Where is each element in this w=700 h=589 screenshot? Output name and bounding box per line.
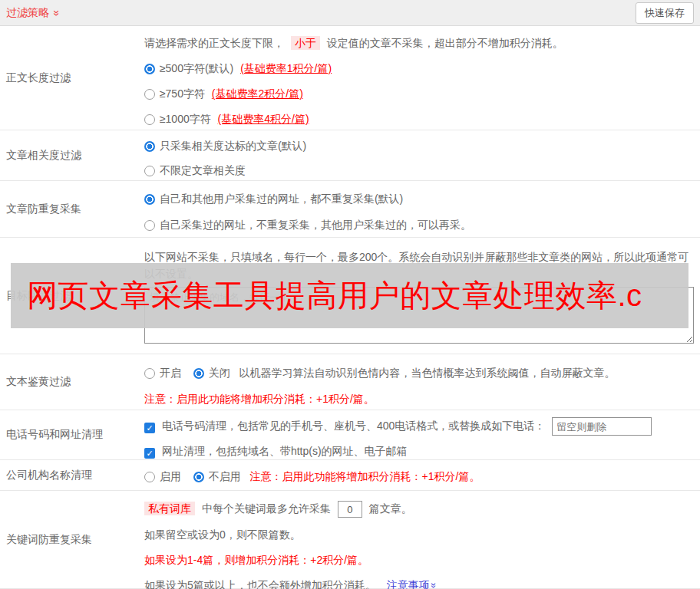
keyword-note-five: 如果设为5篇或以上，也不会额外增加积分消耗。 注意事项« <box>144 577 694 589</box>
section-title-toggle[interactable]: 过滤策略 « <box>6 6 58 20</box>
watermark-overlay: 网页文章采集工具提高用户的文章处理效率.c <box>11 263 688 328</box>
radio-icon[interactable] <box>144 472 155 482</box>
keyword-limit-line: 私有词库 中每个关键词最多允许采集 篇文章。 <box>144 500 694 518</box>
watermark-text: 网页文章采集工具提高用户的文章处理效率.c <box>11 275 642 317</box>
option-length-1000[interactable]: ≥1000字符 (基础费率4积分/篇) <box>144 111 694 127</box>
limit-text-post: 篇文章。 <box>369 502 412 515</box>
checkbox-label: 电话号码清理，包括常见的手机号、座机号、400电话格式，或替换成如下电话： <box>162 420 545 432</box>
desc-pre: 请选择需求的正文长度下限， <box>144 37 284 49</box>
option-label: 自己采集过的网址，不重复采集，其他用户采集过的，可以再采。 <box>160 219 471 231</box>
row-label: 正文长度过滤 <box>0 26 144 130</box>
row-keyword-dedup: 关键词防重复采集 私有词库 中每个关键词最多允许采集 篇文章。 如果留空或设为0… <box>0 491 700 589</box>
option-relevance-any[interactable]: 不限定文章相关度 <box>144 163 694 178</box>
row-porn-filter: 文本鉴黄过滤 开启 关闭 以机器学习算法自动识别色情内容，当色情概率达到系统阈值… <box>0 354 700 410</box>
option-porn-on[interactable]: 开启 <box>144 367 184 379</box>
porn-filter-note: 注意：启用此功能将增加积分消耗：+1积分/篇。 <box>144 391 694 406</box>
phone-clean-option[interactable]: ✓ 电话号码清理，包括常见的手机号、座机号、400电话格式，或替换成如下电话： <box>144 416 694 436</box>
option-porn-off[interactable]: 关闭 <box>193 367 233 379</box>
radio-icon[interactable] <box>144 368 155 379</box>
row-company-clean: 公司机构名称清理 启用 不启用 注意：启用此功能将增加积分消耗：+1积分/篇。 <box>0 460 700 491</box>
option-label: 不限定文章相关度 <box>160 164 246 176</box>
fee-note: (基础费率2积分/篇) <box>212 87 303 100</box>
row-label: 公司机构名称清理 <box>0 460 144 490</box>
checkbox-checked-icon[interactable]: ✓ <box>144 448 155 459</box>
note-text: 如果设为5篇或以上，也不会额外增加积分消耗。 <box>144 579 376 589</box>
option-company-on[interactable]: 启用 <box>144 470 184 482</box>
chevrons-down-icon: « <box>428 583 438 588</box>
row-label: 文本鉴黄过滤 <box>0 354 144 410</box>
radio-icon[interactable] <box>144 114 155 125</box>
radio-icon[interactable] <box>144 220 155 231</box>
less-than-badge: 小于 <box>291 36 320 50</box>
option-dedup-global[interactable]: 自己和其他用户采集过的网址，都不重复采集(默认) <box>144 191 694 206</box>
page-title: 过滤策略 <box>6 6 49 20</box>
radio-selected-icon[interactable] <box>193 472 204 482</box>
limit-text-pre: 中每个关键词最多允许采集 <box>202 502 331 515</box>
option-relevance-strict[interactable]: 只采集相关度达标的文章(默认) <box>144 138 694 153</box>
keyword-note-fee: 如果设为1-4篇，则增加积分消耗：+2积分/篇。 <box>144 551 694 568</box>
porn-filter-description: 以机器学习算法自动识别色情内容，当色情概率达到系统阈值，自动屏蔽文章。 <box>239 367 616 379</box>
url-clean-option[interactable]: ✓ 网址清理，包括纯域名、带http(s)的网址、电子邮箱 <box>144 442 694 460</box>
checkbox-checked-icon[interactable]: ✓ <box>144 423 155 433</box>
option-label: ≥750字符 <box>160 87 205 100</box>
radio-icon[interactable] <box>144 166 155 176</box>
radio-selected-icon[interactable] <box>193 368 204 379</box>
option-label: ≥500字符(默认) <box>160 62 233 74</box>
row-label: 关键词防重复采集 <box>0 491 144 588</box>
option-length-750[interactable]: ≥750字符 (基础费率2积分/篇) <box>144 86 694 101</box>
row-dedup: 文章防重复采集 自己和其他用户采集过的网址，都不重复采集(默认) 自己采集过的网… <box>0 181 700 238</box>
option-label: 启用 <box>160 470 181 482</box>
row-relevance: 文章相关度过滤 只采集相关度达标的文章(默认) 不限定文章相关度 <box>0 130 700 181</box>
option-length-500[interactable]: ≥500字符(默认) (基础费率1积分/篇) <box>144 61 694 76</box>
option-label: 开启 <box>160 367 181 379</box>
option-company-off[interactable]: 不启用 <box>193 470 244 482</box>
keyword-note-zero: 如果留空或设为0，则不限篇数。 <box>144 526 694 543</box>
notice-link[interactable]: 注意事项« <box>387 579 435 589</box>
row-label: 文章防重复采集 <box>0 181 144 237</box>
fee-note: (基础费率1积分/篇) <box>240 62 332 74</box>
option-label: 关闭 <box>209 367 230 379</box>
row-label: 文章相关度过滤 <box>0 130 144 180</box>
option-label: 自己和其他用户采集过的网址，都不重复采集(默认) <box>160 192 403 205</box>
link-label: 注意事项 <box>387 579 430 589</box>
radio-selected-icon[interactable] <box>144 141 155 152</box>
content-length-description: 请选择需求的正文长度下限， 小于 设定值的文章不采集，超出部分不增加积分消耗。 <box>144 35 694 51</box>
keyword-count-input[interactable] <box>338 501 362 518</box>
filter-strategy-page: 过滤策略 « 快速保存 正文长度过滤 请选择需求的正文长度下限， 小于 设定值的… <box>0 0 700 589</box>
company-clean-note: 注意：启用此功能将增加积分消耗：+1积分/篇。 <box>250 470 480 482</box>
radio-selected-icon[interactable] <box>144 64 155 74</box>
option-dedup-self[interactable]: 自己采集过的网址，不重复采集，其他用户采集过的，可以再采。 <box>144 217 694 232</box>
row-label: 电话号码和网址清理 <box>0 410 144 459</box>
checkbox-label: 网址清理，包括纯域名、带http(s)的网址、电子邮箱 <box>162 445 408 457</box>
option-label: 不启用 <box>209 470 241 482</box>
section-header-bar: 过滤策略 « 快速保存 <box>0 0 700 26</box>
row-phone-clean: 电话号码和网址清理 ✓ 电话号码清理，包括常见的手机号、座机号、400电话格式，… <box>0 410 700 460</box>
quick-save-button[interactable]: 快速保存 <box>636 2 694 24</box>
private-lexicon-badge: 私有词库 <box>144 502 195 515</box>
replacement-phone-input[interactable] <box>552 417 652 436</box>
fee-note: (基础费率4积分/篇) <box>218 113 309 125</box>
radio-icon[interactable] <box>144 89 155 100</box>
desc-post: 设定值的文章不采集，超出部分不增加积分消耗。 <box>327 37 563 49</box>
option-label: ≥1000字符 <box>160 113 211 125</box>
chevrons-down-icon: « <box>50 10 61 16</box>
radio-selected-icon[interactable] <box>144 194 155 205</box>
row-content-length: 正文长度过滤 请选择需求的正文长度下限， 小于 设定值的文章不采集，超出部分不增… <box>0 26 700 130</box>
option-label: 只采集相关度达标的文章(默认) <box>160 140 306 152</box>
